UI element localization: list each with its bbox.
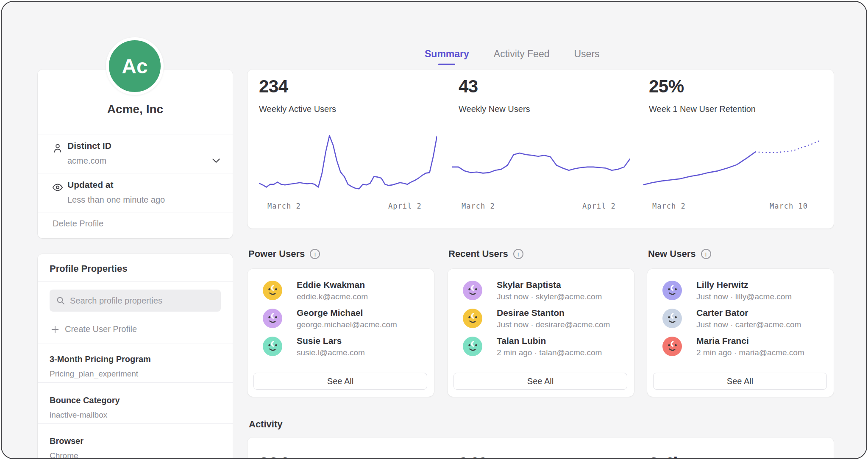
activity-section-title: Activity: [249, 419, 282, 430]
face-icon: [263, 337, 282, 356]
user-list-item[interactable]: Carter BatorJust now · carter@acme.com: [662, 307, 818, 332]
stat-value: 25%: [649, 76, 684, 97]
create-user-profile-label: Create User Profile: [65, 324, 137, 334]
updated-at-row: Updated at Less than one minute ago: [38, 173, 233, 212]
active-tab-underline: [438, 64, 455, 65]
field-label: Distinct ID: [67, 141, 111, 151]
chevron-down-icon[interactable]: [211, 155, 222, 166]
tab-label: Summary: [425, 48, 469, 59]
section-title: Power Users: [248, 248, 305, 259]
x-axis-tick: March 2: [652, 202, 686, 210]
user-list-item[interactable]: Desirae StantonJust now · desirare@acme.…: [463, 307, 619, 332]
stat-label: Week 1 New User Retention: [649, 104, 756, 114]
x-axis-tick: April 2: [582, 202, 616, 210]
user-avatar: [463, 337, 482, 356]
stat-label: Weekly Active Users: [259, 104, 336, 114]
property-name: Browser: [50, 436, 83, 446]
search-icon: [56, 296, 66, 306]
x-axis-tick: March 2: [267, 202, 301, 210]
user-avatar: [662, 309, 682, 328]
face-icon: [463, 309, 482, 328]
company-name: Acme, Inc: [38, 103, 233, 116]
user-list-item[interactable]: Eddie Kwakmaneddie.k@acme.com: [263, 279, 419, 304]
activity-stat-value: 234: [259, 454, 288, 459]
profile-properties-search[interactable]: [50, 290, 221, 312]
section-title: Recent Users: [448, 248, 508, 259]
user-name: Susie Lars: [297, 336, 342, 346]
see-all-button[interactable]: See All: [653, 373, 827, 390]
tab-activity-feed[interactable]: Activity Feed: [494, 48, 550, 61]
user-list-item[interactable]: Susie Larssusie.l@acme.com: [263, 335, 419, 360]
divider: [38, 382, 233, 383]
tab-users[interactable]: Users: [574, 48, 599, 61]
plus-icon: [50, 325, 60, 334]
user-name: Skylar Baptista: [497, 280, 561, 290]
power-users-card: Eddie Kwakmaneddie.k@acme.comGeorge Mich…: [248, 269, 434, 397]
search-input[interactable]: [70, 296, 215, 306]
line-chart-weekly-new-users[interactable]: [452, 128, 630, 192]
profile-properties-title: Profile Properties: [50, 263, 127, 274]
user-avatar: [463, 309, 482, 328]
face-icon: [662, 337, 682, 356]
property-name: Bounce Category: [50, 396, 120, 405]
info-icon[interactable]: i: [310, 249, 320, 259]
user-avatar: [263, 281, 282, 300]
user-name: Carter Bator: [696, 308, 748, 318]
tab-label: Users: [574, 48, 599, 59]
user-list-item[interactable]: Lilly HerwitzJust now · lilly@acme.com: [662, 279, 818, 304]
user-detail: eddie.k@acme.com: [297, 292, 368, 301]
face-icon: [463, 281, 482, 300]
profile-properties-card: Profile Properties Create User Profile 3…: [38, 254, 233, 459]
user-detail: 2 min ago · maria@acme.com: [696, 348, 804, 357]
stat-label: Weekly New Users: [459, 104, 530, 114]
tab-summary[interactable]: Summary: [425, 48, 469, 61]
user-name: George Michael: [297, 308, 363, 318]
see-all-button[interactable]: See All: [253, 373, 427, 390]
field-value: acme.com: [67, 156, 106, 166]
user-avatar: [263, 337, 282, 356]
user-list-item[interactable]: Talan Lubin2 min ago · talan@acme.com: [463, 335, 619, 360]
eye-icon: [52, 181, 64, 193]
x-axis-tick: March 2: [462, 202, 495, 210]
user-detail: Just now · carter@acme.com: [696, 320, 801, 329]
company-avatar-initials: Ac: [122, 55, 147, 78]
face-icon: [263, 281, 282, 300]
divider: [38, 343, 233, 343]
delete-profile-button[interactable]: Delete Profile: [53, 219, 103, 229]
line-chart-weekly-active-users[interactable]: [259, 128, 437, 192]
property-value: Chrome: [50, 451, 78, 459]
property-value: Pricing_plan_experiment: [50, 369, 138, 379]
section-head-recent-users: Recent Users i: [448, 248, 523, 259]
create-user-profile-button[interactable]: Create User Profile: [50, 324, 137, 334]
line-chart-week1-retention[interactable]: [643, 128, 821, 192]
face-icon: [463, 337, 482, 356]
section-title: New Users: [648, 248, 696, 259]
face-icon: [662, 309, 682, 328]
info-icon[interactable]: i: [513, 249, 523, 259]
property-name: 3-Month Pricing Program: [50, 354, 151, 364]
user-detail: Just now · skyler@acme.com: [497, 292, 602, 301]
stat-value: 234: [259, 76, 288, 97]
property-value: inactive-mailbox: [50, 410, 107, 420]
activity-card: 234 940 3.4k: [248, 438, 834, 459]
summary-card: 234 Weekly Active Users 43 Weekly New Us…: [248, 70, 834, 229]
user-name: Maria Franci: [696, 336, 749, 346]
user-detail: susie.l@acme.com: [297, 348, 365, 357]
see-all-button[interactable]: See All: [453, 373, 627, 390]
user-list-item[interactable]: Skylar BaptistaJust now · skyler@acme.co…: [463, 279, 619, 304]
person-icon: [52, 142, 64, 154]
x-axis-tick: April 2: [388, 202, 422, 210]
user-avatar: [263, 309, 282, 328]
activity-stat-value: 3.4k: [649, 454, 683, 459]
x-axis-tick: March 10: [770, 202, 808, 210]
distinct-id-row[interactable]: Distinct ID acme.com: [38, 134, 233, 173]
new-users-card: Lilly HerwitzJust now · lilly@acme.comCa…: [647, 269, 834, 397]
divider: [38, 281, 233, 282]
user-list-item[interactable]: George Michaelgeorge.michael@acme.com: [263, 307, 419, 332]
info-icon[interactable]: i: [701, 249, 711, 259]
company-avatar: Ac: [106, 37, 164, 95]
user-list-item[interactable]: Maria Franci2 min ago · maria@acme.com: [662, 335, 818, 360]
section-head-power-users: Power Users i: [248, 248, 320, 259]
face-icon: [263, 309, 282, 328]
tab-bar: Summary Activity Feed Users: [425, 48, 600, 61]
